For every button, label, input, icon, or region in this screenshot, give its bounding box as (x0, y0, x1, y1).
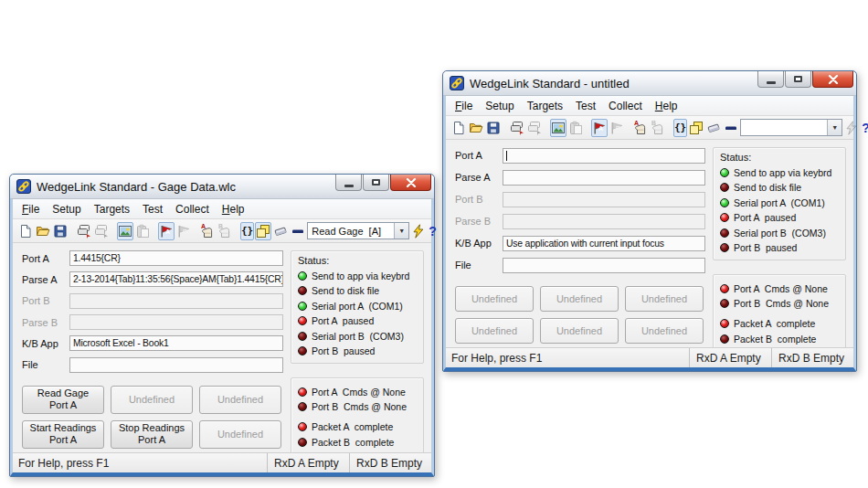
open-file-button[interactable] (35, 222, 51, 240)
target-flag-b-button[interactable]: B (175, 222, 192, 240)
kb-app-input[interactable]: Microsoft Excel - Book1 (69, 335, 283, 351)
macro-button-5[interactable]: Stop ReadingsPort A (111, 420, 193, 449)
help-button[interactable]: ? (428, 222, 438, 240)
port-a-input[interactable] (503, 148, 705, 164)
target-flag-a-button[interactable]: A (158, 222, 175, 240)
macro-button-6[interactable]: Undefined (625, 318, 704, 344)
macro-button-4[interactable]: Undefined (455, 318, 534, 344)
macro-button-2[interactable]: Undefined (111, 386, 193, 414)
minimize-button[interactable] (335, 175, 362, 191)
menu-help[interactable]: Help (649, 98, 684, 114)
layers-button[interactable] (255, 222, 271, 240)
paste-button[interactable] (134, 222, 151, 240)
menu-test[interactable]: Test (569, 98, 602, 114)
parse-a-input[interactable]: 2-13-2014{Tab}11:35:56{Space}AM{Tab}1.44… (69, 271, 283, 287)
file-input[interactable] (503, 258, 705, 273)
macro-button-5[interactable]: Undefined (540, 318, 619, 344)
manual-send-b-button[interactable]: B (650, 119, 666, 137)
execute-macro-button[interactable] (843, 119, 860, 137)
new-file-button[interactable] (450, 119, 467, 137)
macro-button-2[interactable]: Undefined (540, 286, 619, 312)
port-b-input[interactable] (69, 293, 283, 309)
file-input[interactable] (69, 357, 283, 373)
macro-button-1[interactable]: Undefined (455, 286, 534, 312)
close-icon (406, 178, 417, 187)
menu-setup[interactable]: Setup (479, 98, 520, 114)
led-indicator (298, 271, 307, 281)
send-keystrokes-a-button[interactable] (509, 119, 525, 137)
hand-a-letter: A (634, 120, 639, 126)
screen-capture-button[interactable] (550, 119, 566, 137)
eraser-button[interactable] (272, 222, 289, 240)
parse-braces-button[interactable]: {} (240, 222, 254, 240)
menu-collect[interactable]: Collect (169, 201, 216, 217)
execute-macro-button[interactable] (410, 222, 427, 240)
macro-button-3[interactable]: Undefined (625, 286, 704, 312)
menu-setup[interactable]: Setup (46, 201, 87, 217)
port-a-input[interactable]: 1.4415{CR} (69, 250, 283, 266)
save-button[interactable] (485, 119, 502, 137)
maximize-button[interactable] (363, 175, 389, 191)
chevron-down-icon[interactable]: ▼ (827, 120, 842, 135)
led-indicator (720, 228, 729, 238)
send-keystrokes-a-button[interactable] (76, 222, 92, 240)
titlebar[interactable]: WedgeLink Standard - Gage Data.wlc (10, 175, 434, 199)
menu-targets[interactable]: Targets (88, 201, 136, 217)
port-b-input[interactable] (503, 192, 705, 207)
manual-send-a-button[interactable]: A (632, 119, 649, 137)
menu-targets[interactable]: Targets (521, 98, 569, 114)
parse-b-input[interactable] (503, 214, 705, 229)
port-a-label: Port A (455, 150, 503, 161)
parse-a-input[interactable] (503, 170, 705, 186)
menu-file[interactable]: File (16, 201, 46, 217)
window-title: WedgeLink Standard - Gage Data.wlc (37, 180, 329, 194)
macro-combobox[interactable]: ▼ (740, 119, 842, 136)
port-b-label: Port B (455, 194, 503, 205)
led-indicator (298, 286, 307, 295)
statusbar: For Help, press F1 RxD A Empty RxD B Emp… (446, 347, 853, 367)
menu-collect[interactable]: Collect (602, 98, 649, 114)
target-flag-b-button[interactable]: B (609, 119, 625, 137)
dash-button[interactable] (723, 119, 739, 137)
kb-app-input[interactable]: Use application with current input focus (503, 236, 705, 251)
screen-capture-button[interactable] (117, 222, 133, 240)
manual-send-a-button[interactable]: A (199, 222, 216, 240)
parse-braces-button[interactable]: {} (673, 119, 687, 137)
statusbar-help-text: For Help, press F1 (446, 352, 689, 365)
dash-button[interactable] (290, 222, 306, 240)
close-button[interactable] (812, 71, 853, 88)
manual-send-b-button[interactable]: B (217, 222, 233, 240)
menu-test[interactable]: Test (136, 201, 169, 217)
close-button[interactable] (390, 175, 431, 191)
paste-button[interactable] (567, 119, 584, 137)
menu-help[interactable]: Help (216, 201, 251, 217)
led-indicator (720, 243, 729, 252)
macro-button-6[interactable]: Undefined (199, 420, 281, 449)
parse-b-input[interactable] (69, 314, 283, 330)
macro-button-3[interactable]: Undefined (199, 386, 281, 414)
minimize-button[interactable] (757, 71, 784, 88)
minimize-icon (767, 81, 776, 84)
led-indicator (720, 334, 729, 344)
menubar: File Setup Targets Test Collect Help (13, 199, 431, 219)
maximize-button[interactable] (785, 71, 811, 88)
save-button[interactable] (52, 222, 69, 240)
send-keystrokes-b-button[interactable] (526, 119, 543, 137)
macro-combobox[interactable]: Read Gage [A] ▼ (307, 222, 409, 239)
chevron-down-icon[interactable]: ▼ (394, 223, 408, 239)
titlebar[interactable]: WedgeLink Standard - untitled (443, 71, 856, 96)
app-icon (450, 76, 464, 90)
menu-file[interactable]: File (449, 98, 479, 114)
macro-button-1[interactable]: Read GagePort A (22, 386, 104, 414)
minimize-icon (344, 185, 354, 187)
rxd-a-pane: RxD A Empty (267, 453, 349, 472)
eraser-button[interactable] (705, 119, 722, 137)
macro-button-4[interactable]: Start ReadingsPort A (22, 420, 104, 449)
layers-icon (256, 224, 270, 239)
help-button[interactable]: ? (861, 119, 868, 137)
new-file-button[interactable] (17, 222, 34, 240)
open-file-button[interactable] (468, 119, 484, 137)
layers-button[interactable] (688, 119, 704, 137)
target-flag-a-button[interactable]: A (591, 119, 608, 137)
send-keystrokes-b-button[interactable] (93, 222, 110, 240)
